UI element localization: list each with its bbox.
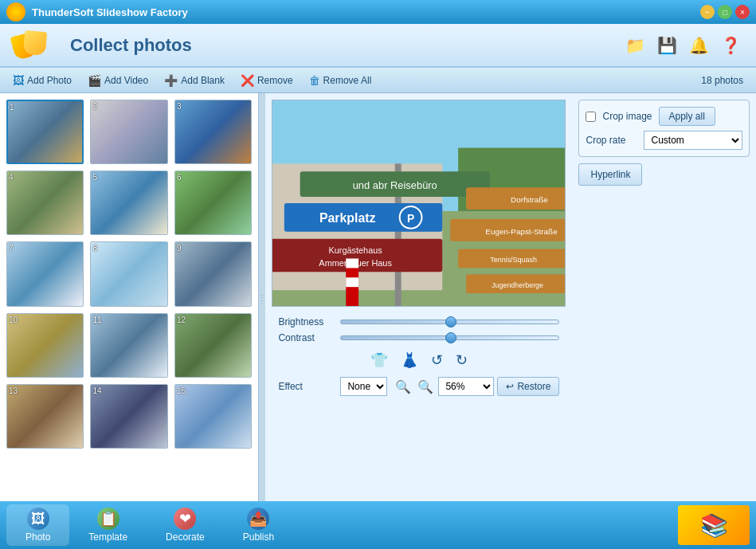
svg-text:und abr Reisebüro: und abr Reisebüro	[353, 179, 437, 191]
photo-thumbnail[interactable]: 15	[174, 384, 252, 449]
photo-thumbnail[interactable]: 10	[6, 313, 84, 378]
bottom-nav: 🖼 Photo 📋 Template ❤ Decorate 📤 Publish …	[0, 501, 756, 549]
effect-select[interactable]: None	[340, 377, 387, 396]
publish-nav-label: Publish	[243, 531, 274, 543]
nav-decorate[interactable]: ❤ Decorate	[147, 504, 224, 546]
rotate-left-icon[interactable]: ↺	[431, 351, 443, 369]
photo-thumbnail[interactable]: 5	[90, 171, 167, 235]
photo-count: 18 photos	[701, 75, 750, 86]
toolbar: 🖼 Add Photo 🎬 Add Video ➕ Add Blank ❌ Re…	[0, 68, 756, 93]
crop-rate-select[interactable]: Custom 4:3 16:9 1:1 3:2	[644, 131, 742, 150]
remove-all-button[interactable]: 🗑 Remove All	[303, 73, 378, 88]
decorate-nav-icon: ❤	[174, 508, 196, 530]
restore-icon: ↩	[506, 381, 514, 392]
svg-text:Jugendherberge: Jugendherberge	[492, 281, 543, 289]
thumbnail-number: 8	[92, 244, 97, 253]
thumbnail-number: 6	[177, 173, 182, 182]
decorate-nav-label: Decorate	[166, 531, 205, 543]
contrast-slider[interactable]	[340, 335, 559, 340]
crop-rate-label: Crop rate	[586, 135, 637, 146]
page-title: Collect photos	[70, 35, 192, 56]
hyperlink-button[interactable]: Hyperlink	[578, 163, 642, 186]
thumbnail-number: 3	[177, 102, 182, 111]
add-video-button[interactable]: 🎬 Add Video	[81, 73, 155, 88]
effect-icons-row: 👕 👗 ↺ ↻	[278, 348, 559, 372]
brightness-thumb[interactable]	[445, 316, 456, 327]
minimize-button[interactable]: −	[700, 5, 715, 19]
thumbnail-number: 10	[9, 316, 18, 324]
zoom-in-button[interactable]: 🔍	[394, 378, 413, 396]
photo-thumbnail[interactable]: 6	[174, 171, 252, 235]
thumbnail-number: 5	[92, 173, 97, 182]
zoom-out-button[interactable]: 🔍	[416, 378, 435, 396]
thumbnail-number: 13	[9, 386, 18, 395]
rotate-right-icon[interactable]: ↻	[456, 351, 468, 369]
svg-text:Eugen-Papst-Straße: Eugen-Papst-Straße	[486, 227, 558, 236]
app-logo	[6, 2, 25, 22]
thumbnail-number: 15	[177, 386, 186, 395]
photo-thumbnail[interactable]: 13	[6, 384, 84, 449]
photo-thumbnail[interactable]: 2	[90, 100, 167, 164]
header-actions: 📁 💾 🔔 ❓	[622, 33, 743, 58]
photo-thumbnail[interactable]: 12	[174, 313, 252, 378]
photo-thumbnail[interactable]: 9	[174, 241, 252, 306]
publish-nav-icon: 📤	[247, 508, 269, 530]
main-content: 123456789101112131415 ⋮ un	[0, 93, 756, 501]
effect-row: Effect None 🔍 🔍 56% 25% 50% 75% 100%	[278, 377, 559, 396]
photo-panel: 123456789101112131415	[0, 93, 259, 501]
brightness-label: Brightness	[278, 316, 334, 327]
remove-all-icon: 🗑	[309, 74, 320, 87]
thumbnail-number: 4	[9, 173, 14, 182]
header: Collect photos 📁 💾 🔔 ❓	[0, 24, 756, 68]
photo-thumbnail[interactable]: 11	[90, 313, 167, 378]
svg-rect-23	[347, 258, 359, 268]
contrast-label: Contrast	[278, 332, 334, 343]
preview-content: und abr Reisebüro Parkplatz P Kurgästeha…	[272, 100, 565, 306]
flip-vertical-icon[interactable]: 👗	[401, 351, 418, 369]
zoom-controls: 🔍 🔍 56% 25% 50% 75% 100% ↩ Restore	[394, 377, 559, 396]
add-video-icon: 🎬	[88, 74, 101, 87]
add-photo-button[interactable]: 🖼 Add Photo	[6, 73, 78, 88]
svg-rect-24	[347, 277, 359, 287]
crop-image-checkbox[interactable]	[586, 112, 596, 122]
flip-horizontal-icon[interactable]: 👕	[370, 351, 388, 369]
zoom-select[interactable]: 56% 25% 50% 75% 100%	[438, 377, 494, 396]
contrast-row: Contrast	[278, 332, 559, 343]
nav-publish[interactable]: 📤 Publish	[224, 504, 293, 546]
maximize-button[interactable]: □	[718, 5, 732, 19]
nav-photo[interactable]: 🖼 Photo	[6, 504, 69, 546]
add-blank-button[interactable]: ➕ Add Blank	[158, 73, 231, 88]
open-folder-button[interactable]: 📁	[622, 33, 648, 58]
photo-thumbnail[interactable]: 1	[6, 100, 84, 164]
save-button[interactable]: 💾	[654, 33, 680, 58]
add-photo-icon: 🖼	[13, 74, 24, 87]
restore-button[interactable]: ↩ Restore	[497, 377, 559, 396]
nav-logo: 📚	[678, 505, 750, 545]
close-button[interactable]: ×	[735, 5, 750, 19]
svg-text:Kurgästehaus: Kurgästehaus	[329, 245, 383, 255]
photo-thumbnail[interactable]: 4	[6, 171, 84, 235]
remove-button[interactable]: ❌ Remove	[234, 73, 300, 88]
apply-all-button[interactable]: Apply all	[659, 107, 715, 126]
photo-thumbnail[interactable]: 7	[6, 241, 84, 306]
photo-thumbnail[interactable]: 14	[90, 384, 167, 449]
svg-text:Dorfstraße: Dorfstraße	[511, 195, 548, 204]
brightness-row: Brightness	[278, 316, 559, 327]
photo-thumbnail[interactable]: 8	[90, 241, 167, 306]
svg-text:Parkplatz: Parkplatz	[319, 211, 376, 225]
help-button[interactable]: ❓	[718, 33, 743, 58]
panel-divider: ⋮	[259, 93, 265, 501]
photo-thumbnail[interactable]: 3	[174, 100, 252, 164]
nav-template[interactable]: 📋 Template	[69, 504, 147, 546]
photo-grid[interactable]: 123456789101112131415	[0, 93, 258, 501]
crop-rate-row: Crop rate Custom 4:3 16:9 1:1 3:2	[586, 131, 742, 150]
crop-section: Crop image Apply all Crop rate Custom 4:…	[578, 100, 750, 157]
notification-button[interactable]: 🔔	[686, 33, 711, 58]
contrast-thumb[interactable]	[445, 332, 456, 343]
photo-nav-icon: 🖼	[27, 508, 49, 530]
remove-icon: ❌	[241, 74, 254, 87]
brightness-slider[interactable]	[340, 320, 559, 324]
preview-svg: und abr Reisebüro Parkplatz P Kurgästeha…	[272, 100, 565, 306]
template-nav-icon: 📋	[97, 508, 119, 530]
svg-text:Tennis/Squash: Tennis/Squash	[491, 256, 538, 264]
